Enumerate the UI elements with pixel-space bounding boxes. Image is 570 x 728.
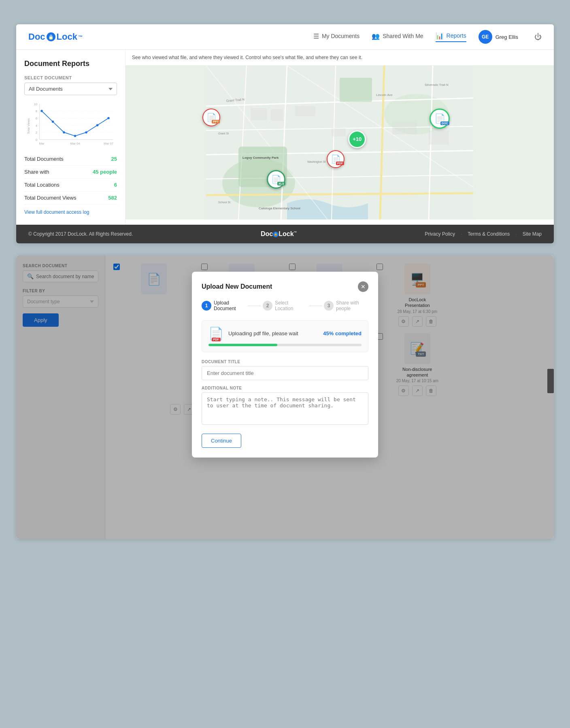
upload-percent-text: 45% completed (323, 330, 362, 336)
step-label-3: Share with people (336, 300, 368, 311)
doc-title-input[interactable] (202, 366, 368, 380)
footer: © Copyright 2017 DocLock. All Rights Res… (16, 225, 554, 243)
logo-icon (47, 32, 55, 41)
svg-rect-40 (251, 108, 267, 120)
footer-links: Privacy Policy · Terms & Conditions · Si… (425, 231, 542, 237)
footer-terms[interactable]: Terms & Conditions (468, 231, 510, 237)
footer-privacy[interactable]: Privacy Policy (425, 231, 455, 237)
logo-area: DocLock™ (28, 32, 83, 42)
svg-point-18 (107, 117, 110, 119)
svg-rect-44 (392, 122, 417, 134)
svg-text:8: 8 (36, 109, 37, 113)
svg-text:Silverado Trail N: Silverado Trail N (425, 83, 449, 87)
svg-point-14 (63, 131, 65, 134)
stat-total-documents: Total Documents 25 (24, 153, 117, 166)
view-log-link[interactable]: View full document access log (24, 209, 117, 215)
svg-text:Calistoga Elementary School: Calistoga Elementary School (259, 206, 300, 210)
step-3: 3 Share with people (324, 300, 368, 311)
svg-point-13 (52, 121, 54, 123)
chart-svg: 0 2 4 6 8 10 Mar (24, 102, 117, 146)
svg-rect-39 (340, 78, 372, 102)
map-pin-cluster[interactable]: +10 (348, 130, 366, 148)
svg-text:10: 10 (34, 102, 37, 106)
nav-my-documents[interactable]: ☰ My Documents (313, 32, 359, 42)
svg-text:School St: School St (218, 201, 230, 204)
step-circle-2: 2 (263, 301, 272, 311)
nav-reports[interactable]: 📊 Reports (436, 32, 466, 42)
document-select[interactable]: All Documents (24, 83, 117, 95)
stat-total-views: Total Document Views 582 (24, 192, 117, 204)
step-circle-3: 3 (324, 301, 334, 311)
svg-rect-45 (429, 130, 449, 145)
footer-logo: Doc🔒Lock™ (261, 230, 297, 238)
modal-close-button[interactable]: ✕ (358, 281, 368, 292)
nav-my-documents-label: My Documents (322, 33, 359, 39)
map-svg: Grant Trail N Lincoln Ave Silverado Trai… (125, 66, 554, 219)
upload-row: 📄 PDF Uploading pdf file, please wait 45… (208, 326, 362, 341)
step-divider-1 (248, 306, 261, 306)
document-icon: ☰ (313, 32, 319, 40)
nav-shared-with-me[interactable]: 👥 Shared With Me (372, 32, 423, 42)
map-area: Grant Trail N Lincoln Ave Silverado Trai… (125, 66, 554, 219)
svg-rect-42 (295, 106, 315, 116)
power-icon[interactable]: ⏻ (534, 33, 542, 41)
svg-text:Total Views: Total Views (27, 118, 30, 134)
navbar: DocLock™ ☰ My Documents 👥 Shared With Me… (16, 24, 554, 50)
svg-point-15 (74, 135, 77, 137)
reports-map: See who viewed what file, and where they… (125, 50, 554, 225)
stat-share-with: Share with 45 people (24, 166, 117, 179)
step-2: 2 Select Location (263, 300, 307, 311)
stats-list: Total Documents 25 Share with 45 people … (24, 153, 117, 204)
svg-text:Grant St: Grant St (218, 132, 229, 135)
user-area: GE Greg Ellis (479, 30, 518, 44)
chart-container: 0 2 4 6 8 10 Mar (24, 102, 117, 146)
svg-point-16 (85, 131, 87, 134)
upload-status-text: Uploading pdf file, please wait (228, 330, 298, 336)
progress-bar-fill (208, 344, 277, 346)
step-label-2: Select Location (275, 300, 307, 311)
step-1: 1 Upload Document (202, 300, 246, 311)
people-icon: 👥 (372, 32, 380, 40)
svg-point-17 (96, 124, 99, 127)
top-card: DocLock™ ☰ My Documents 👥 Shared With Me… (16, 24, 554, 243)
step-label-1: Upload Document (214, 300, 246, 311)
continue-button[interactable]: Continue (202, 434, 241, 448)
reports-title: Document Reports (24, 60, 117, 68)
stat-total-locations: Total Locations 6 (24, 179, 117, 192)
map-pin-pdf[interactable]: 📄 PDF (327, 150, 345, 168)
modal-overlay: Upload New Document ✕ 1 Upload Document … (16, 255, 554, 539)
additional-note-textarea[interactable] (202, 392, 368, 425)
svg-text:0: 0 (36, 138, 37, 142)
svg-rect-43 (332, 128, 346, 136)
user-name: Greg Ellis (496, 34, 518, 40)
footer-copyright: © Copyright 2017 DocLock. All Rights Res… (28, 231, 133, 237)
pdf-icon-large: 📄 PDF (208, 326, 223, 341)
svg-rect-41 (271, 109, 283, 121)
modal-title: Upload New Document (202, 283, 272, 290)
select-doc-label: SELECT DOCUMENT (24, 75, 117, 80)
nav-reports-label: Reports (447, 32, 466, 39)
step-divider-2 (309, 306, 322, 306)
svg-text:4: 4 (36, 124, 38, 128)
reports-sidebar: Document Reports SELECT DOCUMENT All Doc… (16, 50, 125, 225)
svg-text:Washington St: Washington St (307, 160, 325, 164)
svg-point-12 (40, 110, 43, 112)
svg-text:Mar 04: Mar 04 (70, 142, 81, 145)
bottom-card: SEARCH DOCUMENT 🔍 FILTER BY Document typ… (16, 255, 554, 539)
progress-bar-bg (208, 344, 362, 346)
avatar: GE (479, 30, 492, 44)
svg-text:Lincoln Ave: Lincoln Ave (376, 93, 393, 97)
logo-tm: ™ (78, 34, 83, 39)
svg-text:6: 6 (36, 117, 37, 120)
modal-header: Upload New Document ✕ (202, 281, 368, 292)
svg-text:Mar 07: Mar 07 (104, 142, 113, 145)
nav-shared-label: Shared With Me (383, 33, 423, 39)
step-circle-1: 1 (202, 301, 211, 311)
additional-note-label: ADDITIONAL NOTE (202, 386, 368, 390)
chart-icon: 📊 (436, 32, 444, 40)
nav-items: ☰ My Documents 👥 Shared With Me 📊 Report… (313, 30, 542, 44)
upload-progress-area: 📄 PDF Uploading pdf file, please wait 45… (202, 320, 368, 352)
logo: DocLock™ (28, 32, 83, 42)
footer-sitemap[interactable]: Site Map (523, 231, 542, 237)
svg-text:2: 2 (36, 131, 37, 134)
